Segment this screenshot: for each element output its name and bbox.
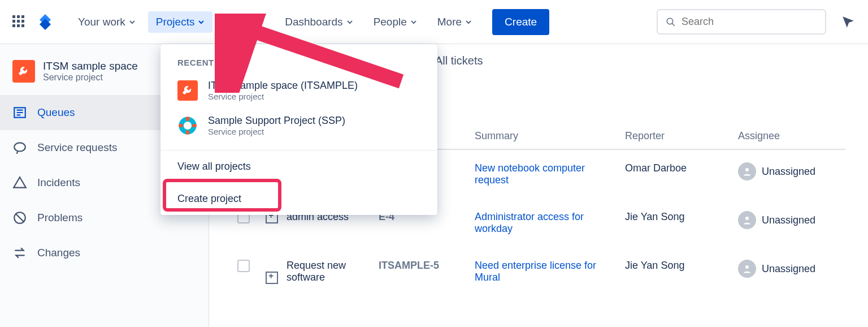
col-reporter: Reporter: [619, 123, 732, 149]
table-row[interactable]: Request new software ITSAMPLE-5 Need ent…: [232, 247, 845, 296]
reporter-cell: Omar Darboe: [619, 149, 732, 199]
col-assignee: Assignee: [732, 123, 845, 149]
dropdown-item-title: ITSM sample space (ITSAMPLE): [208, 80, 358, 92]
dropdown-recent-item-ssp[interactable]: Sample Support Project (SSP) Service pro…: [160, 108, 437, 143]
svg-point-4: [745, 168, 749, 171]
unassigned-avatar-icon: [738, 211, 756, 229]
projects-dropdown: RECENT ITSM sample space (ITSAMPLE) Serv…: [160, 44, 437, 215]
dropdown-item-subtitle: Service project: [208, 92, 358, 101]
nav-more-label: More: [437, 16, 462, 28]
nav-dashboards[interactable]: Dashboards: [277, 11, 361, 33]
wrench-icon: [18, 65, 30, 78]
project-avatar: [177, 115, 198, 136]
search-input[interactable]: [682, 16, 817, 28]
dropdown-view-all-projects[interactable]: View all projects: [160, 150, 437, 183]
queues-icon: [12, 105, 27, 120]
sidebar-item-label: Incidents: [37, 177, 80, 189]
issue-summary-link[interactable]: Administrator access for workday: [475, 211, 610, 235]
nav-your-work-label: Your work: [78, 16, 125, 28]
top-nav: Your work Projects Filters Dashboards Pe…: [0, 0, 868, 44]
chevron-down-icon: [465, 19, 472, 25]
dropdown-item-subtitle: Service project: [208, 127, 345, 136]
jira-logo-icon[interactable]: [36, 13, 54, 31]
nav-filters-label: Filters: [225, 16, 254, 28]
chevron-down-icon: [410, 19, 417, 25]
unassigned-avatar-icon: [738, 162, 756, 180]
issue-summary-link[interactable]: New notebook computer request: [475, 162, 610, 186]
sidebar-item-label: Service requests: [37, 141, 118, 154]
wrench-icon: [181, 84, 194, 97]
project-type: Service project: [43, 72, 138, 83]
issue-summary-link[interactable]: Need enterprise license for Mural: [475, 260, 610, 283]
issue-type-icon: [266, 272, 278, 284]
sidebar-item-label: Queues: [37, 106, 75, 119]
nav-projects[interactable]: Projects: [148, 11, 213, 33]
breadcrumb-tail: All tickets: [435, 54, 483, 67]
assignee-text: Unassigned: [762, 166, 815, 178]
search-icon: [666, 16, 676, 28]
svg-point-8: [184, 122, 192, 130]
nav-more[interactable]: More: [429, 11, 480, 33]
notification-icon[interactable]: [841, 15, 856, 29]
chat-icon: [12, 140, 27, 155]
chevron-down-icon: [129, 19, 136, 25]
sidebar-item-changes[interactable]: Changes: [0, 235, 209, 270]
project-avatar: [12, 60, 35, 83]
project-avatar: [177, 80, 198, 101]
issue-type-text: Request new software: [287, 260, 366, 283]
nav-filters[interactable]: Filters: [217, 11, 272, 33]
sidebar-item-label: Changes: [37, 247, 80, 259]
create-button[interactable]: Create: [492, 9, 549, 35]
project-name: ITSM sample space: [43, 60, 138, 72]
svg-point-0: [667, 18, 672, 24]
dropdown-item-title: Sample Support Project (SSP): [208, 115, 345, 127]
svg-point-5: [745, 217, 749, 220]
app-switcher-icon[interactable]: [12, 15, 26, 29]
dropdown-recent-item-itsample[interactable]: ITSM sample space (ITSAMPLE) Service pro…: [160, 73, 437, 108]
col-summary: Summary: [469, 123, 619, 149]
assignee-text: Unassigned: [762, 263, 815, 275]
row-checkbox[interactable]: [237, 260, 250, 272]
nav-your-work[interactable]: Your work: [70, 11, 144, 33]
prohibited-icon: [12, 210, 27, 225]
svg-point-6: [745, 265, 749, 269]
nav-people-label: People: [374, 16, 407, 28]
nav-projects-label: Projects: [156, 16, 195, 28]
chevron-down-icon: [346, 19, 353, 25]
reporter-cell: Jie Yan Song: [619, 247, 732, 296]
svg-point-2: [14, 143, 25, 151]
chevron-down-icon: [198, 19, 205, 25]
search-box[interactable]: [657, 9, 826, 35]
lifebuoy-icon: [178, 116, 197, 135]
nav-people[interactable]: People: [366, 11, 425, 33]
chevron-down-icon: [258, 19, 264, 25]
reporter-cell: Jie Yan Song: [619, 199, 732, 247]
nav-dashboards-label: Dashboards: [285, 16, 342, 28]
dropdown-section-recent: RECENT: [160, 44, 437, 73]
issue-key[interactable]: ITSAMPLE-5: [373, 247, 469, 296]
swap-icon: [12, 246, 27, 260]
unassigned-avatar-icon: [738, 260, 756, 278]
sidebar-item-label: Problems: [37, 212, 83, 224]
dropdown-create-project[interactable]: Create project: [160, 183, 437, 215]
assignee-text: Unassigned: [762, 214, 815, 226]
triangle-icon: [12, 175, 27, 190]
